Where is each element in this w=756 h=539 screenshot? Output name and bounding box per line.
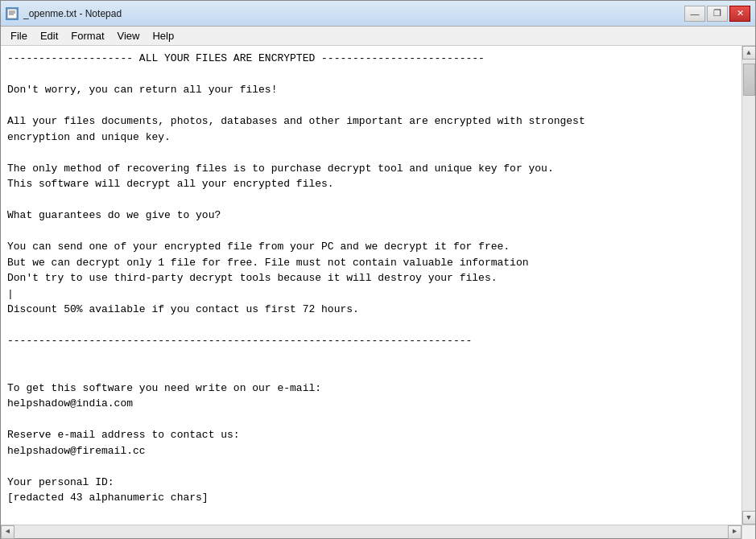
horizontal-scrollbar: ◄ ► <box>1 525 742 538</box>
menu-file[interactable]: File <box>4 28 34 43</box>
menu-bar: File Edit Format View Help <box>1 27 755 46</box>
text-editor[interactable] <box>1 46 742 525</box>
scroll-right-arrow[interactable]: ► <box>728 525 742 539</box>
title-bar: _openme.txt - Notepad — ❐ ✕ <box>1 1 755 27</box>
title-bar-left: _openme.txt - Notepad <box>6 7 122 20</box>
scroll-down-arrow[interactable]: ▼ <box>742 511 756 525</box>
horizontal-scrollbar-container: ◄ ► <box>1 525 755 538</box>
scroll-track-h[interactable] <box>14 525 728 538</box>
scrollbar-corner <box>742 525 755 539</box>
content-area: ▲ ▼ <box>1 46 755 525</box>
title-bar-buttons: — ❐ ✕ <box>684 6 750 22</box>
scroll-track-v[interactable] <box>742 60 755 511</box>
window-title: _openme.txt - Notepad <box>23 8 122 19</box>
scroll-up-arrow[interactable]: ▲ <box>742 46 756 60</box>
restore-button[interactable]: ❐ <box>707 6 728 22</box>
scroll-left-arrow[interactable]: ◄ <box>1 525 14 539</box>
close-button[interactable]: ✕ <box>729 6 750 22</box>
menu-view[interactable]: View <box>111 28 147 43</box>
minimize-button[interactable]: — <box>684 6 705 22</box>
menu-edit[interactable]: Edit <box>34 28 64 43</box>
vertical-scrollbar: ▲ ▼ <box>742 46 755 525</box>
notepad-icon <box>6 7 19 20</box>
menu-format[interactable]: Format <box>64 28 110 43</box>
scroll-thumb-v[interactable] <box>743 64 755 96</box>
menu-help[interactable]: Help <box>146 28 180 43</box>
notepad-window: _openme.txt - Notepad — ❐ ✕ File Edit Fo… <box>0 0 756 539</box>
svg-rect-0 <box>7 9 17 19</box>
